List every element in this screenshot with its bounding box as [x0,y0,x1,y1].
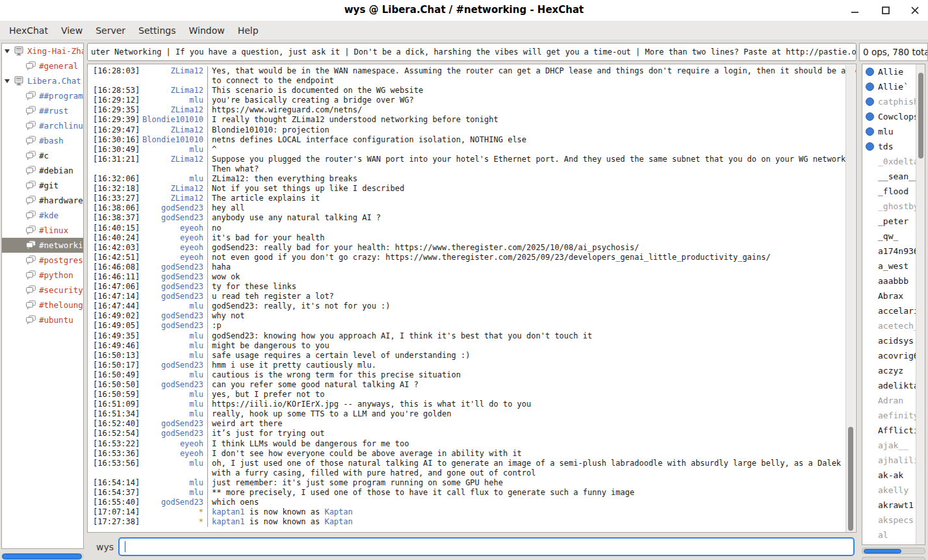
channel-icon [25,315,36,325]
nick[interactable]: mlu [140,95,203,105]
nick[interactable]: godSend23 [140,282,203,292]
nick[interactable]: mlu [140,301,203,311]
nick[interactable]: ZLima12 [140,194,203,203]
nick[interactable]: godSend23 [140,498,203,507]
nick[interactable]: godSend23 [140,292,203,301]
nick-link[interactable]: kaptan1 [212,507,245,516]
menu-view[interactable]: View [55,23,89,38]
sidebar-item-ubuntu[interactable]: #ubuntu [2,312,83,327]
sidebar-item-xing-hai-zhan[interactable]: Xing-Hai-Zhan [2,44,83,58]
nick[interactable]: ZLima12 [140,86,203,95]
nick[interactable]: eyeoh [140,449,203,459]
timestamp: [16:28:03] [93,66,140,76]
sidebar-item-hardware[interactable]: #hardware [2,193,83,208]
timestamp: [16:47:14] [93,292,140,301]
sidebar-item-c[interactable]: #c [2,148,83,163]
sidebar-item-thelounge[interactable]: #thelounge [2,298,83,312]
timestamp: [16:53:36] [93,449,140,459]
tree-hscrollbar-thumb[interactable] [2,554,82,559]
nick[interactable]: eyeoh [140,253,203,262]
menu-help[interactable]: Help [231,23,265,38]
sidebar-item-libera-chat[interactable]: Libera.Chat [2,73,83,88]
nick[interactable]: godSend23 [140,419,203,429]
nick[interactable]: mlu [140,331,203,341]
sidebar-item-debian[interactable]: #debian [2,163,83,178]
expander-icon[interactable] [5,49,14,53]
sidebar-item-postgresql[interactable]: #postgresql [2,253,83,268]
nick[interactable]: eyeoh [140,223,203,233]
chat-vscrollbar-thumb[interactable] [848,427,853,531]
sidebar-item-programming[interactable]: ##programming [2,88,83,103]
sidebar-item-python[interactable]: #python [2,268,83,283]
nick[interactable]: mlu [140,370,203,380]
nick[interactable]: mlu [140,390,203,400]
minimize-icon[interactable] [850,5,860,16]
nick[interactable]: ZLima12 [140,125,203,135]
nick[interactable]: mlu [140,341,203,351]
nick[interactable]: godSend23 [140,429,203,439]
message-text: https://www.wireguard.com/netns/ [207,105,856,115]
menu-server[interactable]: Server [89,23,132,38]
channel-icon [25,255,36,265]
menu-window[interactable]: Window [182,23,231,38]
nick[interactable]: mlu [140,478,203,488]
sidebar-item-rust[interactable]: ##rust [2,103,83,118]
close-icon[interactable] [910,5,920,16]
timestamp: [16:33:27] [93,194,140,203]
menu-hexchat[interactable]: HexChat [3,23,55,38]
timestamp: [16:47:06] [93,282,140,292]
nick[interactable]: Blondie101010 [140,135,203,145]
sidebar-item-bash[interactable]: #bash [2,133,83,148]
nick[interactable]: ZLima12 [140,105,203,115]
nick[interactable]: ZLima12 [140,66,203,76]
nick[interactable]: godSend23 [140,262,203,272]
nick[interactable]: godSend23 [140,311,203,321]
nick-link[interactable]: Kaptan [324,507,352,516]
sidebar-item-networking[interactable]: #networking [2,238,83,253]
timestamp: [16:28:53] [93,86,140,95]
sidebar-item-linux[interactable]: #linux [2,223,83,238]
nick[interactable]: godSend23 [140,272,203,282]
sidebar-item-git[interactable]: #git [2,178,83,193]
nick[interactable]: mlu [140,145,203,155]
message-input[interactable] [118,537,855,556]
nick[interactable]: godSend23 [140,321,203,331]
sidebar-item-security[interactable]: #security [2,283,83,298]
event-text: is now known as [245,517,325,526]
nick[interactable]: mlu [140,174,203,184]
maximize-icon[interactable] [881,5,891,16]
topic-bar[interactable]: uter Networking | If you have a question… [87,43,857,61]
sidebar-item-label: Libera.Chat [27,76,81,86]
server-tree[interactable]: Xing-Hai-Zhan#generalLibera.Chat##progra… [1,43,84,549]
nick[interactable]: eyeoh [140,439,203,449]
message-text: netns defines LOCAL interface configurat… [207,135,856,145]
userlist-vscrollbar-thumb[interactable] [918,73,923,159]
nick[interactable]: mlu [140,351,203,361]
nick-link[interactable]: kaptan1 [212,517,245,526]
input-nick-label: wys [96,542,114,552]
nick[interactable]: godSend23 [140,361,203,370]
nick[interactable]: godSend23 [140,213,203,223]
sidebar-item-archlinux[interactable]: #archlinux [2,118,83,133]
nick[interactable]: godSend23 [140,203,203,213]
message-text: ZLima12: then everything breaks [207,174,856,184]
menu-settings[interactable]: Settings [132,23,182,38]
nick[interactable]: Blondie101010 [140,115,203,125]
nick[interactable]: mlu [140,459,203,468]
nick[interactable]: mlu [140,488,203,498]
expander-icon[interactable] [5,79,14,83]
message-text: why not [207,311,856,321]
nick[interactable]: mlu [140,409,203,419]
nick[interactable]: mlu [140,400,203,409]
sidebar-item-general[interactable]: #general [2,58,83,73]
timestamp: [16:52:40] [93,419,140,429]
nick[interactable]: eyeoh [140,233,203,243]
nick[interactable]: ZLima12 [140,155,203,164]
nick[interactable]: ZLima12 [140,184,203,194]
nick-link[interactable]: Kaptan [324,517,352,526]
timestamp: [16:38:37] [93,213,140,223]
user-nick: acidsys [878,336,914,346]
nick[interactable]: eyeoh [140,243,203,253]
sidebar-item-kde[interactable]: #kde [2,208,83,223]
nick[interactable]: godSend23 [140,380,203,390]
